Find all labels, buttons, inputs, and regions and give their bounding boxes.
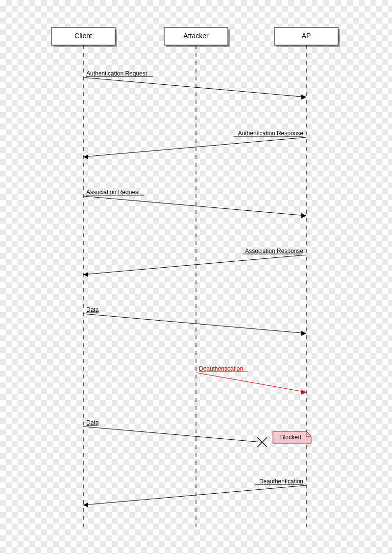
arrowhead-icon [83,272,88,277]
message-label: Deauthentication [259,478,303,485]
message-label: Authentication Response [238,130,304,137]
arrowhead-icon [301,213,306,218]
arrowhead-icon [301,331,306,336]
message-label: Association Request [86,189,140,196]
arrowhead-icon [83,503,88,507]
note-label: Blocked [280,434,301,441]
message-label: Data [86,419,99,426]
message-line-5 [196,373,306,392]
message-line-1 [83,137,306,157]
message-line-6 [83,427,262,442]
sequence-diagram: ClientAttackerAPAuthentication RequestAu… [0,0,392,554]
message-label: Authentication Request [86,70,147,77]
arrowhead-icon [83,154,88,159]
arrowhead-icon [301,390,306,395]
message-line-3 [83,255,306,275]
message-line-2 [83,196,306,216]
message-line-7 [83,485,306,505]
message-label: Data [86,306,99,313]
message-line-4 [83,314,306,333]
message-label: Association Response [245,248,303,254]
message-line-0 [83,77,306,97]
participant-label-client: Client [74,32,92,40]
arrowhead-icon [301,95,306,100]
participant-label-attacker: Attacker [183,32,209,40]
participant-label-ap: AP [302,32,311,40]
message-label: Deauthentication [199,365,243,372]
